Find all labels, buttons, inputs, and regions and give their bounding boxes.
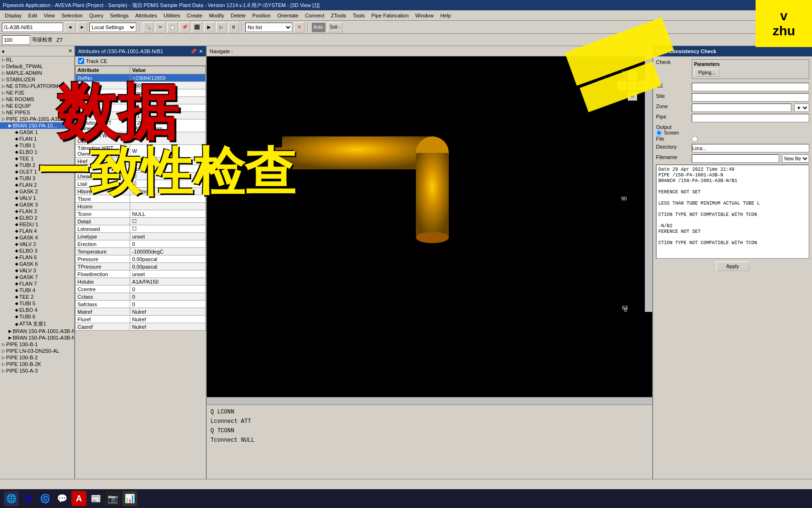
zone-dropdown[interactable]: ▼ [794, 103, 809, 112]
toolbar-btn5[interactable]: ⬛ [192, 22, 202, 32]
attr-row-3[interactable]: uns [76, 97, 206, 104]
taskbar-icon-2[interactable]: 🌀 [38, 491, 53, 506]
menu-modify[interactable]: Modify [206, 12, 227, 19]
attr-row-18[interactable]: Lstressed☐ [76, 225, 206, 233]
menu-delete[interactable]: Delete [228, 12, 249, 19]
attr-row-25[interactable]: HstubeA1A/PA150 [76, 278, 206, 286]
attr-row-20[interactable]: Erection0 [76, 240, 206, 248]
tree-item-16[interactable]: ◆TUBI 2 [0, 162, 74, 168]
menu-view[interactable]: View [41, 12, 58, 19]
tree-item-38[interactable]: ◆ELBO 4 [0, 307, 74, 313]
tree-item-36[interactable]: ◆TEE 2 [0, 294, 74, 300]
tree-item-0[interactable]: ▷RL [0, 56, 74, 63]
menu-pipe-fab[interactable]: Pipe Fabrication [368, 12, 412, 19]
attr-row-13[interactable]: Hbore160mm [76, 188, 206, 195]
tree-item-24[interactable]: ◆ELBO 2 [0, 214, 74, 221]
menu-position[interactable]: Position [250, 12, 273, 19]
toolbar-btn6[interactable]: ▶ [204, 22, 214, 32]
tree-item-33[interactable]: ◆GASK 7 [0, 274, 74, 280]
apply-btn[interactable]: Apply [716, 262, 749, 271]
directory-input[interactable] [692, 144, 809, 152]
nav-scroll-h[interactable] [207, 397, 652, 405]
tree-item-3[interactable]: ▷STABILIZER [0, 76, 74, 83]
tree-item-30[interactable]: ◆FLAN 6 [0, 254, 74, 261]
tree-item-26[interactable]: ◆FLAN 4 [0, 228, 74, 234]
taskbar-icon-1[interactable]: 🖥 [21, 491, 36, 506]
attr-row-26[interactable]: Ccentre0 [76, 286, 206, 293]
attr-row-22[interactable]: Pressure0.00pascal [76, 255, 206, 263]
tree-item-22[interactable]: ◆GASK 3 [0, 201, 74, 208]
attr-row-0[interactable]: RefNo=23684/12859 [76, 74, 206, 82]
attr-row-2[interactable]: unset [76, 89, 206, 97]
menu-query[interactable]: Query [86, 12, 106, 19]
attr-row-15[interactable]: Hconn [76, 203, 206, 210]
tree-item-11[interactable]: ◆GASK 1 [0, 129, 74, 135]
compass-u-btn[interactable]: U [628, 71, 637, 80]
tree-item-6[interactable]: ▷NE ROOMS [0, 96, 74, 103]
tree-item-10[interactable]: ▶BRAN 150-PA-10... [0, 122, 74, 129]
tree-item-39[interactable]: ◆TUBI 6 [0, 313, 74, 320]
attr-row-6[interactable]: Tposition WRT OwnerE 2621.534mm S 1499.0… [76, 119, 206, 132]
tree-item-25[interactable]: ◆REDU 1 [0, 221, 74, 228]
menu-tools[interactable]: Tools [350, 12, 368, 19]
track-ce-checkbox[interactable] [78, 58, 84, 64]
taskbar-icon-5[interactable]: 📰 [88, 491, 103, 506]
tree-item-34[interactable]: ◆FLAN 7 [0, 280, 74, 287]
new-file-dropdown[interactable]: New file [782, 154, 809, 163]
attr-row-4[interactable] [76, 104, 206, 112]
tree-item-12[interactable]: ◆FLAN 1 [0, 135, 74, 142]
tree-item-4[interactable]: ▷NE STRU-PLATFORM [0, 83, 74, 89]
screen-radio[interactable] [656, 130, 662, 136]
attr-row-17[interactable]: Detail☐ [76, 218, 206, 225]
attr-row-11[interactable]: Lhead☑ [76, 173, 206, 180]
local-settings-dropdown[interactable]: Local Settings [89, 23, 136, 32]
menu-attributes[interactable]: Attributes [133, 12, 160, 19]
attr-row-21[interactable]: Temperature-100000degC [76, 248, 206, 255]
left-panel-close[interactable]: ✕ [68, 48, 72, 54]
attr-row-27[interactable]: Cclass0 [76, 293, 206, 301]
attr-row-23[interactable]: TPressure0.00pascal [76, 263, 206, 270]
menu-help[interactable]: Help [437, 12, 454, 19]
tree-item-43[interactable]: ▷PIPE 100-B-1 [0, 341, 74, 348]
taskbar-icon-7[interactable]: 📊 [122, 491, 137, 506]
navigate-3d[interactable]: U 90 0 U ◄ · ► D 63 [207, 56, 652, 405]
toolbar-btn3[interactable]: 📋 [167, 22, 178, 32]
tree-item-19[interactable]: ◆FLAN 2 [0, 182, 74, 188]
taskbar-icon-0[interactable]: 🌐 [4, 491, 19, 506]
tree-item-46[interactable]: ▷PIPE 100-B-2K [0, 361, 74, 367]
tree-item-23[interactable]: ◆FLAN 3 [0, 208, 74, 214]
nav-input[interactable] [2, 23, 63, 32]
pin-icon[interactable]: 📌 [190, 48, 197, 55]
taskbar-icon-3[interactable]: 💬 [55, 491, 70, 506]
menu-ztools[interactable]: ZTools [328, 12, 349, 19]
site-input[interactable] [692, 93, 809, 102]
tree-item-44[interactable]: ▷PIPE LN-03-DN250-AL [0, 348, 74, 354]
tree-item-13[interactable]: ◆TUBI 1 [0, 142, 74, 149]
menu-settings[interactable]: Settings [107, 12, 132, 19]
menu-orientate[interactable]: Orientate [274, 12, 301, 19]
tree-item-28[interactable]: ◆VALV 2 [0, 241, 74, 247]
menu-edit[interactable]: Edit [25, 12, 40, 19]
back-btn[interactable]: ◄ [65, 22, 75, 32]
forward-btn[interactable]: ► [77, 22, 87, 32]
attr-row-7[interactable]: Hdirection WRT OwnerW 45 S [76, 132, 206, 145]
tree-item-35[interactable]: ◆TUBI 4 [0, 287, 74, 294]
attr-row-28[interactable]: Safclass0 [76, 301, 206, 308]
close-attr-btn[interactable]: ✕ [199, 48, 203, 55]
menu-utilities[interactable]: Utilities [161, 12, 183, 19]
menu-selection[interactable]: Selection [59, 12, 86, 19]
tree-item-21[interactable]: ◆VALV 1 [0, 195, 74, 201]
file-radio[interactable] [692, 136, 698, 142]
ce-input[interactable] [692, 83, 809, 91]
attr-row-14[interactable]: Tbore [76, 195, 206, 203]
compass-right-btn[interactable]: ► [638, 81, 648, 90]
no-list-dropdown[interactable]: No list [245, 23, 292, 32]
attr-row-29[interactable]: MatrefNulref [76, 308, 206, 316]
toolbar-btn2[interactable]: ✂ [155, 22, 165, 32]
attr-row-10[interactable]: TrefNulref [76, 165, 206, 173]
piping-btn[interactable]: Piping... [694, 69, 719, 77]
menu-connect[interactable]: Connect [302, 12, 327, 19]
attr-row-16[interactable]: TconnNULL [76, 210, 206, 218]
menu-display[interactable]: Display [2, 12, 24, 19]
taskbar-icon-6[interactable]: 📷 [105, 491, 120, 506]
